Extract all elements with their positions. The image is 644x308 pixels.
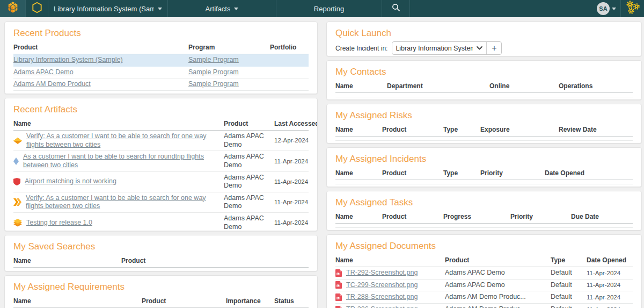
program-link[interactable]: Sample Program xyxy=(188,56,239,63)
app-logo-button[interactable] xyxy=(0,0,26,17)
test-case-icon xyxy=(13,138,22,144)
table-row: Adams AM Demo Product Sample Program xyxy=(13,78,309,91)
column-header: Due Date xyxy=(571,211,633,224)
column-header: Product xyxy=(121,255,309,268)
artifact-link[interactable]: Testing for release 1.0 xyxy=(26,219,92,227)
type-cell: Default xyxy=(551,267,587,280)
column-header: Product xyxy=(382,211,443,224)
user-menu[interactable]: SA xyxy=(592,0,620,17)
empty-row xyxy=(335,224,633,228)
artifact-link[interactable]: Verify: As a customer I want to be able … xyxy=(26,132,219,149)
document-link[interactable]: TC-299-Screenshot.png xyxy=(346,281,418,290)
column-header: Name xyxy=(335,80,387,93)
right-column: Quick Launch Create Incident in: Library… xyxy=(326,22,642,308)
my-assigned-risks-table: Name Product Type Exposure Review Date xyxy=(335,124,633,141)
create-incident-button[interactable]: + xyxy=(487,42,501,54)
program-link[interactable]: Sample Program xyxy=(188,80,239,88)
table-row: Airport matching is not working Adams AP… xyxy=(13,171,309,192)
product-cell: Adams APAC Demo xyxy=(224,213,274,232)
document-link[interactable]: TR-292-Screenshot.png xyxy=(346,269,418,277)
column-header: Type xyxy=(443,167,480,180)
left-column: Recent Products Product Program Portfoli… xyxy=(4,22,318,308)
column-header: Name xyxy=(335,254,445,267)
column-header: Review Date xyxy=(559,124,633,137)
column-header: Operations xyxy=(559,80,633,93)
table-row: As a customer I want to be able to searc… xyxy=(13,151,309,171)
select-chevron-down-icon[interactable] xyxy=(473,46,486,50)
table-row: Testing for release 1.0 Adams APAC Demo … xyxy=(13,213,309,232)
column-header: Name xyxy=(13,295,142,308)
spira-cube-logo-icon xyxy=(6,1,20,17)
recent-artifacts-panel: Recent Artifacts Name Product Last Acces… xyxy=(4,98,318,231)
column-header: Product xyxy=(382,167,443,180)
last-accessed-cell: 11-Apr-2024 xyxy=(274,213,309,232)
type-cell: Default xyxy=(551,303,587,308)
product-cell: Adams APAC Demo xyxy=(445,267,551,280)
product-cell: Adams APAC Demo xyxy=(224,131,274,151)
quick-launch-panel: Quick Launch Create Incident in: Library… xyxy=(326,22,642,56)
program-home-button[interactable] xyxy=(26,0,48,17)
image-file-icon xyxy=(335,269,342,277)
table-row: Adams APAC Demo Sample Program xyxy=(13,66,309,78)
column-header: Product xyxy=(382,124,443,137)
product-cell: Adams APAC Demo xyxy=(224,171,274,192)
image-file-icon xyxy=(335,306,342,308)
artifact-link[interactable]: As a customer I want to be able to searc… xyxy=(23,153,219,169)
chevron-down-icon xyxy=(234,8,238,10)
product-link[interactable]: Adams APAC Demo xyxy=(13,68,74,76)
recent-products-panel: Recent Products Product Program Portfoli… xyxy=(4,22,318,94)
panel-title: My Assigned Incidents xyxy=(335,154,633,164)
column-header: Name xyxy=(13,255,121,268)
reporting-menu[interactable]: Reporting xyxy=(276,0,382,17)
my-assigned-incidents-panel: My Assigned Incidents Name Product Type … xyxy=(326,147,642,187)
product-menu[interactable]: Library Information System (Sample)... xyxy=(48,0,168,17)
last-accessed-cell: 11-Apr-2024 xyxy=(274,192,309,212)
reporting-menu-label: Reporting xyxy=(314,5,344,13)
top-navbar: Library Information System (Sample)... A… xyxy=(0,0,644,17)
search-button[interactable] xyxy=(382,0,410,17)
quick-launch-control-group: Library Information System (Sample) + xyxy=(392,41,502,55)
my-saved-searches-table: Name Product xyxy=(13,255,309,271)
system-settings-button[interactable] xyxy=(620,0,644,17)
artifacts-menu[interactable]: Artifacts xyxy=(168,0,276,17)
my-assigned-tasks-table: Name Product Progress Priority Due Date xyxy=(335,211,633,228)
my-assigned-documents-table: Name Product Type Date Opened TR-292-Scr… xyxy=(335,254,633,308)
program-link[interactable]: Sample Program xyxy=(188,68,239,76)
document-link[interactable]: TR-286-Screenshot.png xyxy=(346,305,418,308)
product-link[interactable]: Library Information System (Sample) xyxy=(13,56,123,63)
hexagon-program-icon xyxy=(32,2,42,16)
column-header: Product xyxy=(13,41,188,54)
image-file-icon xyxy=(335,293,342,301)
empty-row xyxy=(335,93,633,97)
product-cell: Adams APAC Demo xyxy=(224,151,274,171)
panel-title: My Assigned Risks xyxy=(335,110,633,121)
create-incident-label: Create Incident in: xyxy=(335,45,387,52)
product-link[interactable]: Adams AM Demo Product xyxy=(13,80,91,88)
last-accessed-cell: 12-Apr-2024 xyxy=(274,131,309,151)
artifact-link[interactable]: Verify: As a customer I want to be able … xyxy=(26,194,219,211)
column-header: Product xyxy=(224,118,274,131)
incident-icon xyxy=(13,178,20,185)
panel-title: Recent Products xyxy=(13,28,309,39)
column-header: Name xyxy=(335,211,382,224)
column-header: Portfolio xyxy=(270,41,309,54)
panel-title: My Saved Searches xyxy=(13,241,309,252)
table-row: Verify: As a customer I want to be able … xyxy=(13,192,309,212)
user-avatar: SA xyxy=(597,2,610,15)
my-contacts-table: Name Department Online Operations xyxy=(335,80,633,97)
column-header: Status xyxy=(274,295,309,308)
navbar-spacer xyxy=(410,0,592,17)
table-row: TR-292-Screenshot.png Adams APAC Demo De… xyxy=(335,267,633,280)
column-header: Product xyxy=(142,295,226,308)
quick-launch-product-select[interactable]: Library Information System (Sample) xyxy=(392,45,473,52)
table-row: TC-299-Screenshot.png Adams APAC Demo De… xyxy=(335,279,633,291)
requirement-icon xyxy=(13,157,19,165)
chevron-down-icon xyxy=(158,8,162,10)
my-assigned-incidents-table: Name Product Type Priority Date Opened xyxy=(335,167,633,184)
product-menu-label: Library Information System (Sample)... xyxy=(54,5,154,13)
type-cell: Default xyxy=(551,279,587,291)
column-header: Name xyxy=(13,118,224,131)
panel-title: My Contacts xyxy=(335,67,633,77)
document-link[interactable]: TR-288-Screenshot.png xyxy=(346,293,418,302)
artifact-link[interactable]: Airport matching is not working xyxy=(25,177,116,186)
